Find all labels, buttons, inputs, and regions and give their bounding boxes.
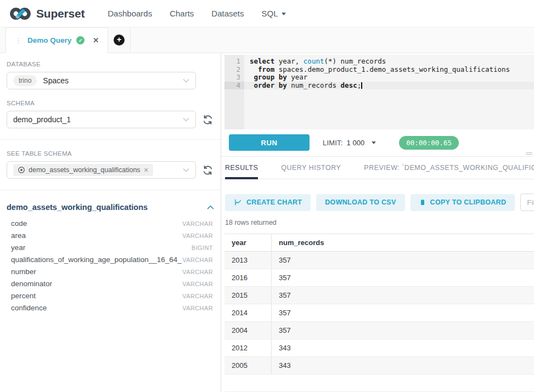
table-cell: 357 xyxy=(272,274,291,282)
editor-gutter: 1234 xyxy=(224,55,244,129)
run-button[interactable]: RUN xyxy=(229,134,310,151)
drag-handle-icon[interactable]: ⋮ xyxy=(15,38,23,43)
editor-code-area[interactable]: select year, count(*) num_records from s… xyxy=(244,55,534,129)
database-select[interactable]: trino Spaces xyxy=(7,72,196,89)
see-table-schema-label: SEE TABLE SCHEMA xyxy=(7,150,214,157)
caret-down-icon xyxy=(372,141,376,144)
nav-item-sql[interactable]: SQL xyxy=(253,9,295,18)
rows-returned-text: 18 rows returned xyxy=(225,219,534,226)
nav-item-datasets[interactable]: Datasets xyxy=(203,9,252,18)
column-header-num_records[interactable]: num_records xyxy=(272,238,324,247)
line-number: 1 xyxy=(224,58,244,66)
elapsed-time-badge: 00:00:00.65 xyxy=(399,136,459,150)
sql-token: select xyxy=(250,57,274,65)
remove-table-icon[interactable]: ✕ xyxy=(144,167,149,174)
column-name: percent xyxy=(11,292,36,300)
column-row: percentVARCHAR xyxy=(7,289,214,302)
column-list: codeVARCHARareaVARCHARyearBIGINTqualific… xyxy=(7,217,214,314)
download-to-csv-button[interactable]: DOWNLOAD TO CSV xyxy=(316,194,404,211)
code-line: order by num_records desc; xyxy=(244,82,534,90)
results-tab-preview[interactable]: PREVIEW: `DEMO_ASSETS_WORKING_QUALIFICAT… xyxy=(364,157,534,179)
chevron-down-icon xyxy=(183,78,189,83)
table-cell: 2005 xyxy=(224,357,272,374)
column-name: area xyxy=(11,231,26,240)
add-tab-zone: + xyxy=(108,27,131,53)
limit-label: LIMIT: xyxy=(323,139,343,147)
refresh-schema-icon[interactable] xyxy=(203,115,213,125)
line-number: 2 xyxy=(224,66,244,74)
table-cell: 357 xyxy=(272,326,291,334)
column-type: VARCHAR xyxy=(182,281,213,287)
table-cell: 2012 xyxy=(224,339,272,356)
close-icon[interactable]: ✕ xyxy=(93,36,99,44)
schema-select[interactable]: demo_product_1 xyxy=(7,111,196,128)
limit-dropdown[interactable]: LIMIT: 1 000 xyxy=(323,139,376,147)
table-cell: 2004 xyxy=(224,322,272,339)
action-button-label: COPY TO CLIPBOARD xyxy=(430,198,507,206)
copy-to-clipboard-button[interactable]: COPY TO CLIPBOARD xyxy=(411,194,515,211)
sql-token: year xyxy=(287,73,308,81)
table-cell: 357 xyxy=(272,256,291,264)
column-row: codeVARCHAR xyxy=(7,217,214,229)
results-tab-results[interactable]: RESULTS xyxy=(225,157,258,179)
plus-icon[interactable]: + xyxy=(114,35,125,46)
sql-code-editor[interactable]: 1234 select year, count(*) num_records f… xyxy=(224,55,534,129)
sql-token: year, xyxy=(274,57,303,65)
sql-token xyxy=(250,81,254,89)
top-navbar: Superset DashboardsChartsDatasetsSQL xyxy=(0,0,534,27)
table-row: 2004357 xyxy=(224,322,534,339)
clipboard-icon xyxy=(419,198,426,206)
action-button-label: DOWNLOAD TO CSV xyxy=(325,198,396,206)
table-row xyxy=(224,374,534,392)
text-cursor xyxy=(361,82,362,89)
column-row: numberVARCHAR xyxy=(7,265,214,277)
results-tab-query-history[interactable]: QUERY HISTORY xyxy=(281,157,341,179)
selected-table-pill[interactable]: demo_assets_working_qualifications ✕ xyxy=(13,164,153,176)
table-select[interactable]: demo_assets_working_qualifications ✕ xyxy=(7,161,196,179)
create-chart-button[interactable]: CREATE CHART xyxy=(225,194,311,211)
divider xyxy=(0,139,221,140)
column-type: VARCHAR xyxy=(182,305,213,311)
sql-token: group by xyxy=(254,73,287,81)
column-header-year[interactable]: year xyxy=(224,234,272,251)
sql-token: ; xyxy=(357,81,362,89)
column-name: number xyxy=(11,268,36,276)
column-name: code xyxy=(11,219,27,228)
editor-toolbar: RUN LIMIT: 1 000 00:00:00.65 xyxy=(221,129,534,157)
results-table: yearnum_records2013357201635720153572014… xyxy=(224,234,534,392)
table-schema-title[interactable]: demo_assets_working_qualifications xyxy=(7,203,148,212)
schema-label: SCHEMA xyxy=(7,100,214,106)
table-cell: 357 xyxy=(272,291,291,299)
database-label: DATABASE xyxy=(7,61,214,67)
database-engine-badge: trino xyxy=(13,75,37,86)
sql-token: (*) num_records xyxy=(324,57,386,65)
chevron-down-icon xyxy=(183,117,189,122)
sqllab-left-sidebar: DATABASE trino Spaces SCHEMA demo_produc… xyxy=(0,53,221,392)
results-actions-row: CREATE CHARTDOWNLOAD TO CSVCOPY TO CLIPB… xyxy=(225,194,534,211)
table-cell: 2015 xyxy=(224,287,272,304)
column-type: BIGINT xyxy=(192,245,213,251)
column-name: qualifications_of_working_age_population… xyxy=(11,255,182,264)
tab-label: Demo Query xyxy=(27,36,71,44)
column-type: VARCHAR xyxy=(182,220,213,227)
superset-logo[interactable]: Superset xyxy=(9,6,85,21)
nav-item-dashboards[interactable]: Dashboards xyxy=(99,9,161,18)
code-line: select year, count(*) num_records xyxy=(244,58,534,66)
column-row: confidenceVARCHAR xyxy=(7,302,214,314)
refresh-tables-icon[interactable] xyxy=(203,165,213,175)
divider xyxy=(0,190,221,190)
editor-resize-handle[interactable] xyxy=(526,151,532,156)
nav-item-charts[interactable]: Charts xyxy=(161,9,203,18)
tab-demo-query[interactable]: ⋮ Demo Query ✓ ✕ xyxy=(5,27,108,53)
filter-results-input[interactable] xyxy=(520,194,534,211)
sql-editor-pane: 1234 select year, count(*) num_records f… xyxy=(221,53,534,392)
chevron-up-icon[interactable] xyxy=(207,202,214,212)
table-row: 2005343 xyxy=(224,357,534,374)
results-tab-bar: RESULTSQUERY HISTORYPREVIEW: `DEMO_ASSET… xyxy=(221,157,534,179)
column-type: VARCHAR xyxy=(182,269,213,275)
chevron-down-icon xyxy=(183,168,189,172)
table-cell: 2013 xyxy=(224,252,272,269)
column-name: denominator xyxy=(11,280,52,288)
selected-table-name: demo_assets_working_qualifications xyxy=(29,166,140,174)
superset-infinity-icon xyxy=(9,6,32,21)
